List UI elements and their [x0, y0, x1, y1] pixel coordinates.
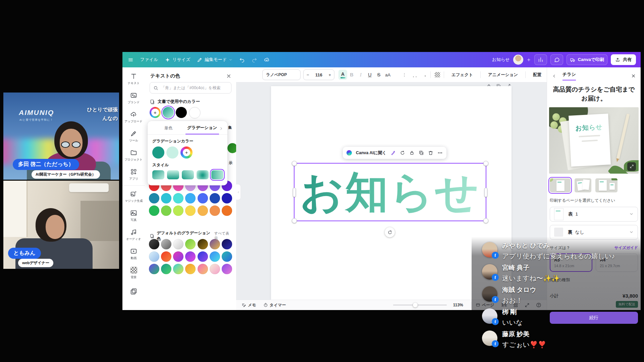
animation-button[interactable]: アニメーション — [483, 72, 523, 78]
black-color-swatch[interactable] — [176, 107, 187, 118]
sidebar-item-apps[interactable]: アプリ — [122, 165, 145, 184]
color-swatch[interactable] — [149, 193, 159, 203]
undo-icon[interactable] — [239, 57, 245, 63]
gradient-swatch[interactable] — [198, 264, 208, 274]
alignment-button[interactable] — [392, 70, 401, 80]
print-panel-close-icon[interactable] — [631, 73, 636, 78]
gradient-swatch[interactable] — [210, 264, 220, 274]
gradient-swatch[interactable] — [173, 251, 183, 262]
ask-canva-ai-button[interactable]: Canva AIに聞く — [356, 150, 386, 156]
redo-icon[interactable] — [252, 57, 257, 63]
panel-close-icon[interactable] — [226, 73, 231, 79]
gradient-swatch[interactable] — [198, 251, 208, 262]
color-swatch[interactable] — [198, 193, 208, 203]
font-family-selector[interactable]: ラノベPOP — [262, 69, 301, 80]
position-button[interactable]: 配置 — [528, 72, 547, 78]
more-options-icon[interactable] — [437, 150, 443, 156]
print-with-canva-button[interactable]: Canvaで印刷 — [567, 54, 607, 65]
tab-solid-color[interactable]: 単色 — [152, 125, 185, 134]
sidebar-item-video[interactable]: 動画 — [122, 244, 145, 263]
sidebar-item-background[interactable]: 背景 — [122, 263, 145, 283]
gradient-stop-1[interactable] — [152, 146, 164, 159]
hamburger-menu-icon[interactable] — [128, 57, 133, 63]
color-swatch[interactable] — [210, 205, 220, 216]
comments-icon[interactable] — [550, 54, 563, 65]
invite-plus-icon[interactable] — [527, 58, 531, 62]
gradient-swatch[interactable] — [173, 264, 183, 274]
sidebar-item-magic[interactable]: マジック生成 — [122, 185, 145, 206]
lock-element-icon[interactable] — [409, 150, 415, 156]
gradient-style-3[interactable] — [182, 170, 194, 179]
sidebar-item-projects[interactable]: プロジェクト — [122, 146, 145, 165]
photo-thumbnail-1-selected[interactable] — [550, 178, 571, 192]
font-size-plus[interactable]: + — [328, 72, 331, 77]
gradient-style-1[interactable] — [152, 170, 164, 179]
font-size-stepper[interactable]: − 116 + — [303, 69, 334, 80]
insights-chart-icon[interactable] — [534, 54, 547, 65]
gradient-style-5[interactable] — [211, 170, 223, 179]
zoom-slider-knob[interactable] — [413, 303, 418, 307]
share-button[interactable]: 共有 — [611, 54, 636, 65]
gradient-swatch[interactable] — [185, 239, 196, 249]
magic-wand-icon[interactable] — [390, 150, 396, 156]
color-swatch[interactable] — [185, 193, 196, 203]
resize-handle-bl[interactable] — [292, 218, 297, 223]
resize-handle-tl[interactable] — [292, 161, 297, 166]
resize-handle-right[interactable] — [484, 188, 487, 197]
font-size-minus[interactable]: − — [307, 72, 309, 77]
color-swatch[interactable] — [173, 205, 183, 216]
photo-expand-button[interactable] — [627, 162, 636, 171]
sidebar-item-photos[interactable]: 写真 — [122, 206, 145, 225]
user-avatar[interactable] — [513, 55, 523, 65]
edit-mode-menu[interactable]: 編集モード — [197, 57, 232, 63]
tab-gradient[interactable]: グラデーション — [185, 125, 219, 134]
rotate-handle[interactable] — [385, 227, 395, 237]
add-gradient-stop[interactable] — [180, 146, 193, 159]
gradient-swatch[interactable] — [161, 239, 171, 249]
color-swatch[interactable] — [222, 205, 232, 216]
sidebar-item-text[interactable]: テキスト — [122, 69, 145, 88]
zoom-level[interactable]: 113% — [453, 303, 463, 307]
vertical-text-button[interactable] — [419, 70, 428, 80]
photo-thumbnail-3[interactable] — [595, 178, 618, 192]
regenerate-icon[interactable] — [400, 150, 405, 156]
gradient-swatch[interactable] — [185, 264, 196, 274]
sidebar-item-bulk[interactable] — [122, 283, 145, 302]
resize-menu[interactable]: リサイズ — [165, 57, 190, 63]
gradient-swatch[interactable] — [161, 264, 171, 274]
gradient-swatch[interactable] — [210, 251, 220, 262]
panel-collapse-handle[interactable] — [236, 184, 241, 200]
gradient-swatch[interactable] — [198, 239, 208, 249]
sidebar-item-upload[interactable]: アップロード — [122, 108, 145, 127]
sidebar-item-brand[interactable]: ブランド — [122, 88, 145, 108]
color-swatch[interactable] — [210, 193, 220, 203]
gradient-swatch[interactable] — [149, 251, 159, 262]
underline-button[interactable]: U — [365, 72, 374, 77]
bold-button[interactable]: B — [347, 72, 356, 77]
white-color-swatch[interactable] — [189, 107, 201, 119]
italic-button[interactable]: I — [356, 72, 365, 78]
document-title[interactable]: お知らせ — [492, 57, 510, 63]
color-swatch[interactable] — [198, 205, 208, 216]
strikethrough-button[interactable]: S — [374, 72, 383, 77]
gradient-swatch[interactable] — [222, 239, 232, 249]
gradient-swatch[interactable] — [173, 239, 183, 249]
canvas-text[interactable]: お知らせ — [294, 164, 486, 221]
front-page-dropdown[interactable]: 表1 — [550, 207, 638, 222]
sidebar-item-audio[interactable]: オーディオ — [122, 225, 145, 244]
color-swatch[interactable] — [173, 193, 183, 203]
tab-flyer[interactable]: チラシ — [562, 71, 576, 80]
selected-text-box[interactable]: お知らせ — [294, 163, 486, 221]
color-swatch[interactable] — [161, 193, 171, 203]
gradient-swatch[interactable] — [149, 264, 159, 274]
add-color-swatch[interactable] — [150, 107, 161, 118]
gradient-style-4[interactable] — [197, 170, 209, 179]
color-swatch[interactable] — [149, 205, 159, 216]
photo-thumbnail-2[interactable] — [575, 178, 591, 192]
gradient-color-swatch-selected[interactable] — [163, 107, 174, 118]
notes-button[interactable]: メモ — [241, 302, 256, 308]
color-search-input[interactable]: 「青」または「#00c4cc」を検索 — [150, 82, 231, 94]
color-swatch[interactable] — [161, 205, 171, 216]
panel-back-icon[interactable] — [552, 74, 556, 78]
gradient-stop-2[interactable] — [166, 146, 178, 159]
